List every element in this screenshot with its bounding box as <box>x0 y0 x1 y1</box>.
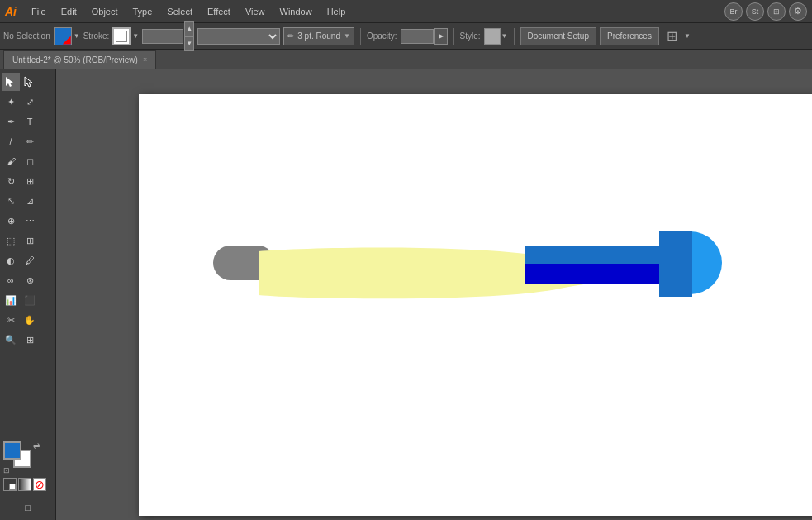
swap-colors-icon[interactable]: ⇄ <box>33 441 40 451</box>
width-profile-control <box>197 28 280 45</box>
color-fill-mode[interactable] <box>3 478 17 491</box>
style-label: Style: <box>460 31 481 41</box>
tool-width[interactable]: ⊕ <box>2 212 20 230</box>
tool-perspective[interactable]: ⊞ <box>21 331 39 349</box>
tool-hand[interactable]: ✋ <box>21 311 39 329</box>
search-icon[interactable]: ⚙ <box>789 2 807 21</box>
menu-bar: Ai File Edit Object Type Select Effect V… <box>0 0 812 23</box>
tool-slice[interactable]: ✂ <box>2 311 20 329</box>
tool-blend[interactable]: ∞ <box>2 271 20 289</box>
stroke-width-up[interactable]: ▲ <box>184 21 194 36</box>
stock-icon[interactable]: St <box>746 2 764 21</box>
menu-effect[interactable]: Effect <box>201 5 237 18</box>
document-canvas <box>139 94 812 516</box>
style-control: ▼ <box>484 28 508 45</box>
preferences-button[interactable]: Preferences <box>600 27 659 45</box>
menu-edit[interactable]: Edit <box>55 5 83 18</box>
doc-setup-button[interactable]: Document Setup <box>520 27 597 45</box>
fill-swatch[interactable] <box>54 27 72 45</box>
separator-3 <box>514 28 515 45</box>
tool-eraser[interactable]: ◻ <box>21 152 39 170</box>
tool-rotate[interactable]: ↻ <box>2 172 20 190</box>
menu-object[interactable]: Object <box>85 5 125 18</box>
tool-lasso[interactable]: ⤢ <box>21 93 39 111</box>
tool-eyedropper[interactable]: 🖊 <box>21 251 39 270</box>
width-profile-select[interactable] <box>197 28 280 45</box>
menu-help[interactable]: Help <box>321 5 353 18</box>
brush-preset-area[interactable]: ✏ 3 pt. Round ▼ <box>283 27 354 45</box>
opacity-control: 100% ▶ <box>401 28 448 45</box>
tool-line[interactable]: / <box>2 132 20 150</box>
selection-label: No Selection <box>3 31 50 41</box>
tool-shape-builder[interactable]: ⊞ <box>21 231 39 250</box>
tool-column-graph[interactable]: 📊 <box>2 291 20 309</box>
main-area: ✦ ⤢ ✒ T / ✏ 🖌 ◻ ↻ ⊞ ⤡ ⊿ ⊕ ⋯ <box>0 69 812 520</box>
opacity-arrow[interactable]: ▶ <box>434 28 448 45</box>
tool-gradient[interactable]: ◐ <box>2 251 20 270</box>
tool-free-transform[interactable]: ⬚ <box>2 231 20 250</box>
fill-picker[interactable]: ▼ <box>54 27 80 45</box>
arrange-icon[interactable]: ⊞ <box>662 26 682 46</box>
svg-marker-0 <box>6 77 13 87</box>
separator-1 <box>360 28 361 45</box>
color-area: ⇄ ⊡ ⊘ <box>2 438 54 494</box>
fill-arrow[interactable]: ▼ <box>74 32 80 40</box>
color-mode-icons: ⊘ <box>3 478 46 491</box>
arrange-icons: ⊞ ▼ <box>662 26 691 46</box>
menu-view[interactable]: View <box>239 5 272 18</box>
tool-artboard[interactable]: ⬛ <box>21 291 39 309</box>
tool-type[interactable]: T <box>21 112 39 131</box>
options-toolbar: No Selection ▼ Stroke: ▼ ▲ ▼ ✏ 3 pt. Rou… <box>0 23 812 50</box>
tool-pen[interactable]: ✒ <box>2 112 20 131</box>
tool-reflect[interactable]: ⊞ <box>21 172 39 190</box>
menu-file[interactable]: File <box>25 5 53 18</box>
tool-paintbrush[interactable]: ✏ <box>21 132 39 150</box>
tool-scale[interactable]: ⤡ <box>2 192 20 210</box>
stroke-width-control: ▲ ▼ <box>142 21 194 51</box>
style-swatch[interactable] <box>484 28 501 45</box>
opacity-input[interactable]: 100% <box>401 29 434 44</box>
separator-2 <box>453 28 454 45</box>
tab-bar: Untitled-2* @ 50% (RGB/Preview) × <box>0 50 812 69</box>
stroke-arrow[interactable]: ▼ <box>132 32 139 40</box>
menu-select[interactable]: Select <box>160 5 199 18</box>
tool-symbol-sprayer[interactable]: ⊛ <box>21 271 39 289</box>
menu-type[interactable]: Type <box>126 5 159 18</box>
arrange-arrow[interactable]: ▼ <box>684 32 691 40</box>
stroke-label: Stroke: <box>83 31 110 41</box>
app-logo: Ai <box>5 5 17 18</box>
brush-arrow[interactable]: ▼ <box>344 32 350 40</box>
svg-rect-6 <box>659 231 692 297</box>
fg-bg-colors: ⇄ ⊡ <box>3 441 40 475</box>
tab-close-button[interactable]: × <box>143 55 147 64</box>
brush-label: 3 pt. Round <box>297 31 340 41</box>
tool-blob-brush[interactable]: 🖌 <box>2 152 20 170</box>
menu-window[interactable]: Window <box>273 5 319 18</box>
foreground-color-box[interactable] <box>3 441 21 460</box>
tool-direct-selection[interactable] <box>21 73 39 91</box>
stroke-picker[interactable]: ▼ <box>112 27 139 45</box>
stroke-swatch[interactable] <box>112 27 131 45</box>
bridge-icon[interactable]: Br <box>724 2 743 21</box>
style-arrow[interactable]: ▼ <box>501 32 508 40</box>
tool-shear[interactable]: ⊿ <box>21 192 39 210</box>
stroke-width-down[interactable]: ▼ <box>184 36 194 51</box>
tool-selection[interactable] <box>2 73 20 91</box>
stroke-width-input[interactable] <box>142 29 183 44</box>
tool-zoom[interactable]: 🔍 <box>2 331 20 349</box>
workspace-icon[interactable]: ⊞ <box>767 2 786 21</box>
none-mode[interactable]: ⊘ <box>33 478 46 491</box>
toolbox: ✦ ⤢ ✒ T / ✏ 🖌 ◻ ↻ ⊞ ⤡ ⊿ ⊕ ⋯ <box>0 69 56 520</box>
tab-title: Untitled-2* @ 50% (RGB/Preview) <box>12 55 138 64</box>
brush-icon: ✏ <box>287 31 294 41</box>
screen-mode-button[interactable]: □ <box>19 499 37 517</box>
tool-magic-wand[interactable]: ✦ <box>2 93 20 111</box>
tool-warp[interactable]: ⋯ <box>21 212 39 230</box>
document-tab[interactable]: Untitled-2* @ 50% (RGB/Preview) × <box>3 50 156 69</box>
artwork-svg <box>139 94 812 516</box>
gradient-mode[interactable] <box>18 478 31 491</box>
default-colors-icon[interactable]: ⊡ <box>3 466 10 475</box>
canvas-area[interactable] <box>56 69 812 520</box>
opacity-label: Opacity: <box>367 31 397 41</box>
svg-marker-1 <box>25 77 32 87</box>
